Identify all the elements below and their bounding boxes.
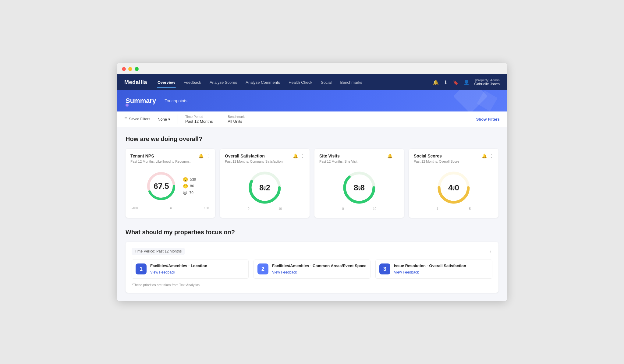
nav-logo: Medallia xyxy=(124,79,147,86)
nav-item-health-check[interactable]: Health Check xyxy=(288,78,313,87)
site-visits-value: 8.8 xyxy=(354,183,365,193)
minimize-dot[interactable] xyxy=(128,67,132,71)
satisfaction-title: Overall Satisfaction xyxy=(225,154,265,158)
nav-bar: Medallia Overview Feedback Analyze Score… xyxy=(117,74,507,90)
nps-legend: 🙂 539 😐 86 ☹ 70 xyxy=(183,177,196,195)
more-icon-nps[interactable]: ⋮ xyxy=(206,154,210,158)
bell-icon-satisfaction[interactable]: 🔔 xyxy=(293,154,298,158)
social-max: 5 xyxy=(469,207,471,210)
download-icon[interactable]: ⬇ xyxy=(444,80,448,85)
browser-chrome xyxy=(117,63,507,74)
site-visits-title: Site Visits xyxy=(319,154,340,158)
focus-time-label: Time Period: Past 12 Months xyxy=(132,248,185,255)
nps-scale: -100 = 100 xyxy=(130,207,210,210)
nps-promoters-row: 🙂 539 xyxy=(183,177,196,182)
maximize-dot[interactable] xyxy=(135,67,139,71)
smile-icon: 🙂 xyxy=(183,177,188,182)
show-filters-button[interactable]: Show Filters xyxy=(476,117,500,122)
chevron-down-icon: ▾ xyxy=(168,117,170,122)
tenant-nps-card: Tenant NPS 🔔 ⋮ Past 12 Months: Likelihoo… xyxy=(126,149,215,218)
nav-icons: 🔔 ⬇ 🔖 👤 [Property] Admin Gabrielle Jones xyxy=(433,78,500,86)
site-visits-gauge: 8.8 xyxy=(341,169,378,206)
focus-item-3: 3 Issue Resolution - Overall Satisfactio… xyxy=(375,260,492,279)
focus-link-3[interactable]: View Feedback xyxy=(394,270,419,274)
card-icons-nps: 🔔 ⋮ xyxy=(198,154,210,158)
card-icons-satisfaction: 🔔 ⋮ xyxy=(293,154,305,158)
social-scale: 1 = 5 xyxy=(435,207,472,210)
analytics-note: *These priorities are taken from Text An… xyxy=(132,283,492,287)
nps-max: 100 xyxy=(204,207,209,210)
time-period-value[interactable]: Past 12 Months xyxy=(185,119,213,124)
filter-separator-2 xyxy=(220,115,220,124)
card-header-site-visits: Site Visits 🔔 ⋮ xyxy=(319,154,399,158)
bell-icon[interactable]: 🔔 xyxy=(433,80,439,85)
satisfaction-value: 8.2 xyxy=(259,183,270,193)
frown-icon: ☹ xyxy=(183,190,187,195)
card-header-social: Social Scores 🔔 ⋮ xyxy=(414,154,494,158)
saved-filters-icon: ☰ Saved Filters xyxy=(124,117,150,121)
benchmark-label: Benchmark xyxy=(228,115,245,118)
page-tab-touchpoints[interactable]: Touchpoints xyxy=(162,97,190,104)
nps-gauge: 67.5 xyxy=(144,169,178,203)
bell-icon-site-visits[interactable]: 🔔 xyxy=(387,154,392,158)
bell-icon-nps[interactable]: 🔔 xyxy=(198,154,204,158)
focus-section: Time Period: Past 12 Months ⋮ 1 Faciliti… xyxy=(126,242,498,293)
nav-item-feedback[interactable]: Feedback xyxy=(183,78,202,87)
focus-text-2: Facilities/Amenities - Common Areas/Even… xyxy=(272,263,366,275)
time-period-label: Time Period xyxy=(185,115,213,118)
satisfaction-subtitle: Past 12 Months: Company Satisfaction xyxy=(225,160,305,163)
nav-item-overview[interactable]: Overview xyxy=(157,78,176,87)
close-dot[interactable] xyxy=(122,67,126,71)
focus-link-1[interactable]: View Feedback xyxy=(150,270,175,274)
focus-number-1: 1 xyxy=(136,263,147,274)
user-role: [Property] Admin xyxy=(474,78,500,82)
more-icon-social[interactable]: ⋮ xyxy=(489,154,494,158)
site-visits-min: 0 xyxy=(342,207,344,210)
nav-item-benchmarks[interactable]: Benchmarks xyxy=(339,78,363,87)
passives-count: 86 xyxy=(190,184,194,188)
social-scores-title: Social Scores xyxy=(414,154,442,158)
focus-items: 1 Facilities/Amenities - Location View F… xyxy=(132,260,492,279)
card-header-nps: Tenant NPS 🔔 ⋮ xyxy=(130,154,210,158)
focus-title-3: Issue Resolution - Overall Satisfaction xyxy=(394,263,466,268)
focus-number-3: 3 xyxy=(379,263,390,274)
site-visits-equal: = xyxy=(357,207,359,210)
bell-icon-social[interactable]: 🔔 xyxy=(482,154,487,158)
nps-detractors-row: ☹ 70 xyxy=(183,190,196,195)
nav-item-analyze-scores[interactable]: Analyze Scores xyxy=(209,78,238,87)
focus-header: Time Period: Past 12 Months ⋮ xyxy=(132,248,492,255)
satisfaction-equal: = xyxy=(263,207,265,210)
nps-gauge-container: 67.5 🙂 539 😐 86 ☹ 70 xyxy=(130,167,210,205)
nav-item-social[interactable]: Social xyxy=(320,78,332,87)
social-gauge: 4.0 xyxy=(435,169,472,206)
social-gauge-container: 4.0 1 = 5 xyxy=(414,167,494,213)
nav-item-analyze-comments[interactable]: Analyze Comments xyxy=(245,78,281,87)
site-visits-gauge-container: 8.8 0 = 10 xyxy=(319,167,399,213)
user-icon[interactable]: 👤 xyxy=(463,80,470,85)
site-visits-scale: 0 = 10 xyxy=(341,207,378,210)
more-icon-site-visits[interactable]: ⋮ xyxy=(395,154,399,158)
nps-equal: = xyxy=(170,207,172,210)
promoters-count: 539 xyxy=(190,177,196,182)
detractors-count: 70 xyxy=(189,191,193,195)
bookmark-icon[interactable]: 🔖 xyxy=(452,80,459,85)
benchmark-value: All Units xyxy=(228,119,245,124)
focus-item-2: 2 Facilities/Amenities - Common Areas/Ev… xyxy=(254,260,370,279)
site-visits-subtitle: Past 12 Months: Site Visit xyxy=(319,160,399,163)
nav-user: [Property] Admin Gabrielle Jones xyxy=(474,78,500,86)
saved-filters-value[interactable]: None ▾ xyxy=(158,117,170,122)
satisfaction-gauge-container: 8.2 0 = 10 xyxy=(225,167,305,213)
focus-text-1: Facilities/Amenities - Location View Fee… xyxy=(150,263,207,275)
focus-number-2: 2 xyxy=(257,263,268,274)
cards-row: Tenant NPS 🔔 ⋮ Past 12 Months: Likelihoo… xyxy=(126,149,498,218)
social-scores-card: Social Scores 🔔 ⋮ Past 12 Months: Overal… xyxy=(409,149,498,218)
more-icon-focus[interactable]: ⋮ xyxy=(488,249,492,254)
more-icon-satisfaction[interactable]: ⋮ xyxy=(300,154,305,158)
card-icons-site-visits: 🔔 ⋮ xyxy=(387,154,399,158)
site-visits-card: Site Visits 🔔 ⋮ Past 12 Months: Site Vis… xyxy=(314,149,404,218)
page-title: Summary xyxy=(126,97,156,105)
filters-bar: ☰ Saved Filters None ▾ Time Period Past … xyxy=(117,111,507,127)
focus-title-2: Facilities/Amenities - Common Areas/Even… xyxy=(272,263,366,268)
neutral-icon: 😐 xyxy=(183,184,188,189)
focus-link-2[interactable]: View Feedback xyxy=(272,270,297,274)
